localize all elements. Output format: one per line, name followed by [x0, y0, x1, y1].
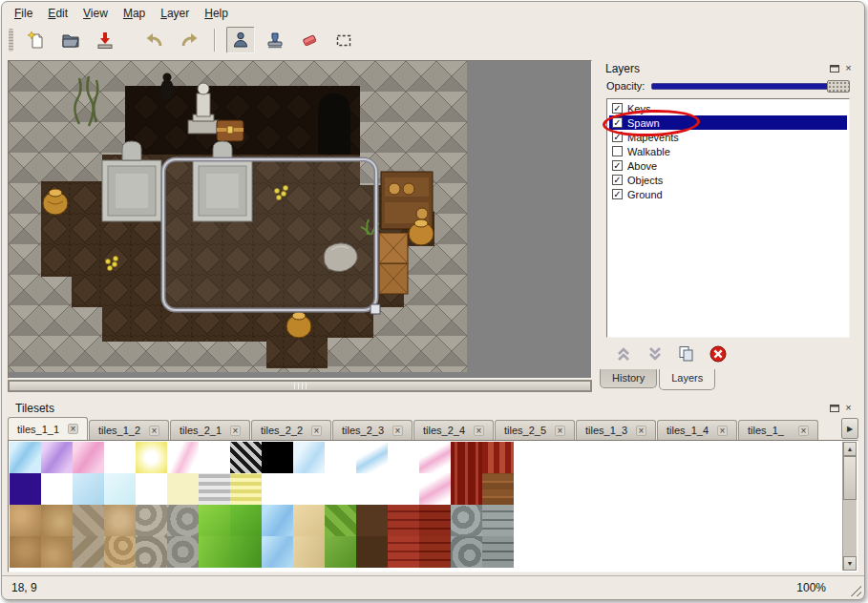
toolbar-grip[interactable] — [9, 29, 13, 52]
tab-close-icon[interactable]: × — [68, 424, 78, 434]
tab-close-icon[interactable]: × — [474, 426, 484, 436]
dock-tab-history[interactable]: History — [600, 369, 657, 388]
scroll-up-icon[interactable]: ▲ — [843, 442, 857, 456]
tile-3-3[interactable] — [104, 536, 136, 568]
tab-scroll-right-button[interactable]: ▶ — [841, 418, 858, 439]
tile-3-8[interactable] — [262, 536, 293, 568]
layer-delete-button[interactable] — [708, 343, 729, 364]
menu-map[interactable]: Map — [116, 5, 152, 22]
tab-close-icon[interactable]: × — [717, 426, 728, 436]
layer-row-walkable[interactable]: Walkable — [609, 144, 847, 158]
save-button[interactable] — [91, 27, 119, 53]
layer-duplicate-button[interactable] — [676, 343, 697, 364]
layer-raise-button[interactable] — [613, 343, 634, 364]
tile-1-0[interactable] — [10, 473, 41, 505]
splitter[interactable] — [2, 392, 864, 400]
menu-view[interactable]: View — [76, 5, 115, 22]
tileset-tab-tiles_1_1[interactable]: tiles_1_1× — [8, 417, 88, 440]
tile-3-13[interactable] — [419, 536, 451, 568]
tileset-tab-tiles_1_2[interactable]: tiles_1_2× — [89, 420, 169, 440]
tile-1-6[interactable] — [199, 473, 230, 505]
stamp-tool-button[interactable] — [261, 27, 289, 53]
dock-tab-layers[interactable]: Layers — [659, 369, 715, 390]
tile-2-3[interactable] — [104, 505, 136, 536]
tile-0-13[interactable] — [419, 442, 451, 473]
select-tool-button[interactable] — [329, 27, 358, 53]
layer-row-objects[interactable]: ✓Objects — [609, 173, 847, 187]
tile-1-3[interactable] — [104, 473, 136, 505]
spawn-tool-button[interactable] — [226, 27, 255, 53]
tile-1-2[interactable] — [73, 473, 104, 505]
tile-0-2[interactable] — [73, 442, 104, 473]
open-button[interactable] — [56, 27, 85, 53]
tile-0-4[interactable] — [136, 442, 167, 473]
tile-0-0[interactable] — [10, 442, 41, 473]
undo-button[interactable] — [140, 27, 169, 53]
tile-2-5[interactable] — [167, 505, 199, 536]
layer-checkbox-mapevents[interactable]: ✓ — [612, 132, 623, 142]
opacity-slider-track[interactable] — [651, 83, 850, 90]
tab-close-icon[interactable]: × — [311, 426, 322, 436]
menu-layer[interactable]: Layer — [154, 5, 196, 22]
tab-close-icon[interactable]: × — [636, 426, 646, 436]
eraser-tool-button[interactable] — [295, 27, 324, 53]
tile-3-12[interactable] — [388, 536, 419, 568]
tile-2-1[interactable] — [41, 505, 73, 536]
tile-2-8[interactable] — [262, 505, 293, 536]
tile-2-2[interactable] — [73, 505, 104, 536]
tileset-tab-tiles_2_4[interactable]: tiles_2_4× — [413, 420, 494, 440]
layer-checkbox-objects[interactable]: ✓ — [612, 175, 623, 185]
tile-3-5[interactable] — [167, 536, 199, 568]
tile-2-6[interactable] — [199, 505, 230, 536]
tile-1-11[interactable] — [356, 473, 388, 505]
tab-close-icon[interactable]: × — [392, 426, 403, 436]
map-viewport[interactable] — [8, 60, 592, 379]
tile-0-10[interactable] — [325, 442, 356, 473]
tile-2-12[interactable] — [388, 505, 419, 536]
vertical-scrollbar[interactable]: ▲ ▼ — [842, 442, 857, 571]
tile-0-14[interactable] — [451, 442, 482, 473]
tile-1-12[interactable] — [388, 473, 419, 505]
tile-3-7[interactable] — [230, 536, 262, 568]
tile-3-6[interactable] — [199, 536, 230, 568]
map-image[interactable] — [9, 61, 467, 372]
menu-edit[interactable]: Edit — [41, 5, 74, 22]
tile-1-8[interactable] — [262, 473, 293, 505]
tile-0-11[interactable] — [356, 442, 388, 473]
layer-checkbox-walkable[interactable] — [612, 146, 623, 156]
tileset-tab-tiles_1_3[interactable]: tiles_1_3× — [576, 420, 656, 440]
tab-close-icon[interactable]: × — [555, 426, 565, 436]
tile-2-11[interactable] — [356, 505, 388, 536]
tile-3-9[interactable] — [293, 536, 325, 568]
layer-row-above[interactable]: ✓Above — [609, 158, 847, 173]
redo-button[interactable] — [175, 27, 203, 53]
tile-1-10[interactable] — [325, 473, 356, 505]
new-button[interactable] — [22, 27, 51, 53]
tile-2-9[interactable] — [293, 505, 325, 536]
scroll-down-icon[interactable]: ▼ — [843, 556, 857, 571]
horizontal-scrollbar[interactable] — [8, 380, 592, 392]
tile-2-15[interactable] — [482, 505, 514, 536]
tile-0-1[interactable] — [41, 442, 73, 473]
tile-1-13[interactable] — [419, 473, 451, 505]
tileset-tab-tiles_2_2[interactable]: tiles_2_2× — [251, 420, 331, 440]
tile-0-15[interactable] — [482, 442, 514, 473]
layer-row-keys[interactable]: ✓Keys — [609, 101, 847, 115]
tile-3-0[interactable] — [10, 536, 41, 568]
menu-file[interactable]: File — [8, 5, 39, 22]
tile-0-8[interactable] — [262, 442, 293, 473]
tile-3-10[interactable] — [325, 536, 356, 568]
panel-close-icon[interactable]: × — [841, 62, 856, 75]
resize-grip[interactable] — [849, 584, 861, 596]
tab-close-icon[interactable]: × — [149, 426, 159, 436]
tile-2-7[interactable] — [230, 505, 262, 536]
tileset-grid[interactable] — [10, 442, 514, 568]
tile-0-9[interactable] — [293, 442, 325, 473]
opacity-slider-handle[interactable] — [827, 80, 850, 93]
tile-1-4[interactable] — [136, 473, 167, 505]
tileset-tab-tiles_2_1[interactable]: tiles_2_1× — [170, 420, 250, 440]
tile-1-1[interactable] — [41, 473, 73, 505]
tile-1-15[interactable] — [482, 473, 514, 505]
layer-checkbox-above[interactable]: ✓ — [612, 160, 623, 171]
tile-0-7[interactable] — [230, 442, 262, 473]
